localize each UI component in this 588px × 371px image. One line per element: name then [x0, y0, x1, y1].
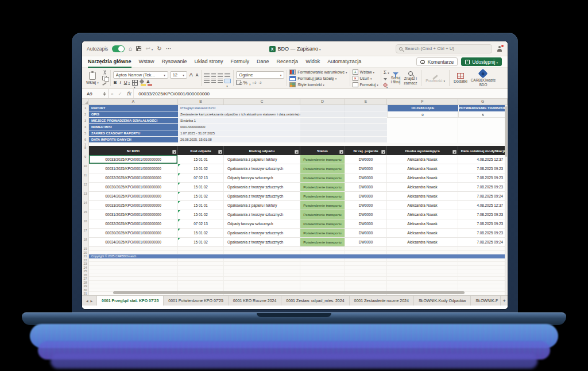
kpo-table-row[interactable]: 12 00030/2025/KPO/0001/000000000 15 01 0… [82, 183, 508, 192]
increase-decimal-icon[interactable]: +.0 [252, 81, 256, 84]
cell-nr-rej-pojazdu[interactable]: DW0000 [345, 183, 387, 192]
ribbon-tab[interactable]: Widok [305, 56, 320, 68]
cell-nr-rej-pojazdu[interactable]: DW0000 [345, 155, 387, 164]
row-number[interactable]: 11 [82, 173, 89, 183]
cell-nr-kpo[interactable]: 00032/2025/KPO/0001/000000000 [89, 219, 178, 229]
align-bottom-icon[interactable] [218, 73, 223, 78]
info-value-cell[interactable]: 1.07.2025 - 31.07.2025 [178, 130, 300, 137]
cell-status[interactable]: Potwierdzenie transportu [300, 229, 345, 238]
font-size-select[interactable]: 12 [170, 71, 187, 79]
decrease-decimal-icon[interactable]: -.0 [258, 81, 261, 84]
cell-data-modyfikacji[interactable]: 7.08.2025 09:23 [458, 183, 508, 192]
cell-kod-odpadu[interactable]: 07 02 13 [178, 219, 224, 229]
carbdowaste-addin-button[interactable]: CARBDOwaste BDO [469, 69, 497, 87]
cell-kod-odpadu[interactable]: 15 01 02 [178, 238, 224, 247]
cell-osoba-wystawiajaca[interactable]: Aleksandra Nowak [387, 155, 458, 164]
fill-down-icon[interactable] [384, 78, 387, 82]
ribbon-cells-button[interactable]: + Wstaw [353, 69, 378, 75]
find-select-button[interactable]: Znajdź i zaznacz [402, 69, 419, 87]
table-header-rodzaj-odpadu[interactable]: Rodzaj odpadu [224, 146, 300, 155]
cell-osoba-wystawiajaca[interactable]: Aleksandra Nowak [387, 192, 458, 201]
ribbon-cells-button[interactable]: × Usuń [353, 76, 378, 81]
autosave-toggle[interactable] [112, 45, 125, 52]
info-label-cell[interactable]: ZAKRES CZASOWY RAPORTU [89, 130, 178, 137]
document-title-group[interactable]: X BDO — Zapisano [269, 41, 320, 56]
filter-icon[interactable] [172, 150, 176, 154]
cell-status[interactable]: Potwierdzenie transportu [300, 164, 345, 173]
ribbon-tab[interactable]: Automatyzacja [327, 56, 361, 68]
sheet-tab[interactable]: 0001 Przegląd stat. KPO 07'25 [97, 296, 164, 306]
currency-format-icon[interactable] [236, 80, 241, 85]
kpo-table-row[interactable]: 11 00032/2025/KPO/0001/000000000 07 02 1… [82, 173, 508, 183]
cell-data-modyfikacji[interactable]: 4.08.2025 12:37 [458, 201, 508, 210]
cut-icon[interactable] [102, 70, 108, 75]
row-number[interactable]: 6 [82, 137, 89, 143]
cell-kod-odpadu[interactable]: 15 01 01 [178, 201, 224, 210]
info-value-cell[interactable]: Zestawienie kart przekazania odpadów z i… [178, 111, 300, 118]
save-icon[interactable] [136, 46, 141, 51]
table-header-osoba[interactable]: Osoba wystawiająca [387, 146, 458, 155]
underline-button[interactable]: U [123, 80, 130, 85]
table-header-nr-kpo[interactable]: Nr KPO [89, 146, 178, 155]
cell-kod-odpadu[interactable]: 15 01 02 [178, 183, 224, 192]
row-number[interactable]: 31 [82, 292, 89, 295]
cell-nr-rej-pojazdu[interactable]: DW0000 [345, 173, 387, 183]
sheet-tab[interactable]: 0001 KEO Roczne 2024 [229, 296, 282, 306]
cell-data-modyfikacji[interactable]: 7.08.2025 09:23 [458, 229, 508, 238]
cell-nr-rej-pojazdu[interactable]: DW0000 [345, 238, 387, 247]
cell-rodzaj-odpadu[interactable]: Opakowania z tworzyw sztucznych [224, 229, 300, 238]
sheet-tab[interactable]: 0001 Zestawienie roczne 2024 [350, 296, 414, 306]
borders-button[interactable] [132, 80, 138, 86]
column-header[interactable]: E [345, 99, 387, 105]
table-header-data-modyfikacji[interactable]: Data ostatniej modyfikacji [458, 146, 508, 155]
cell-nr-rej-pojazdu[interactable]: DW0000 [345, 192, 387, 201]
home-icon[interactable]: ⌂ [129, 46, 132, 52]
enter-icon[interactable]: ✓ [116, 91, 125, 96]
bold-button[interactable]: B [113, 80, 118, 85]
row-number[interactable]: 13 [82, 192, 89, 201]
row-number[interactable]: 16 [82, 219, 89, 229]
filter-icon[interactable] [381, 150, 385, 154]
row-number[interactable]: 4 [82, 124, 89, 130]
cell-osoba-wystawiajaca[interactable]: Aleksandra Nowak [387, 164, 458, 173]
cell-status[interactable]: Potwierdzenie transportu [300, 183, 345, 192]
account-icon[interactable] [496, 45, 503, 52]
cell-status[interactable]: Potwierdzenie transportu [300, 210, 345, 219]
row-number[interactable]: 12 [82, 183, 89, 192]
column-header[interactable]: G [458, 99, 508, 105]
comma-format-icon[interactable]: , [249, 80, 250, 86]
horizontal-scrollbar-thumb[interactable] [113, 291, 465, 294]
column-header[interactable]: D [300, 99, 345, 105]
ribbon-style-button[interactable]: Style komórki [289, 82, 347, 87]
align-top-icon[interactable] [204, 73, 210, 78]
cell-data-modyfikacji[interactable]: 7.08.2025 09:23 [458, 164, 508, 173]
filter-icon[interactable] [218, 150, 222, 154]
ribbon-tab[interactable]: Formuły [231, 56, 250, 68]
kpo-table-row[interactable]: 15 00031/2025/KPO/0001/000000000 15 01 0… [82, 210, 508, 219]
info-label-cell[interactable]: MIEJSCE PROWADZENIA DZIAŁALNOŚCI [89, 118, 178, 124]
wrap-text-icon[interactable] [225, 73, 230, 78]
cell-nr-rej-pojazdu[interactable]: DW0000 [345, 164, 387, 173]
autosum-icon[interactable]: Σ [384, 70, 389, 75]
cell-nr-kpo[interactable]: 00030/2025/KPO/0001/000000000 [89, 183, 178, 192]
format-painter-icon[interactable] [102, 82, 108, 86]
cell-data-modyfikacji[interactable]: 7.08.2025 09:24 [458, 192, 508, 201]
cell-rodzaj-odpadu[interactable]: Opakowania z tworzyw sztucznych [224, 192, 300, 201]
sort-filter-button[interactable]: Sortuj i filtruj [389, 69, 402, 87]
info-value-cell[interactable]: Przegląd statusów KPO [178, 105, 300, 111]
cell-kod-odpadu[interactable]: 15 01 02 [178, 210, 224, 219]
cell-nr-kpo[interactable]: 00031/2025/KPO/0001/000000000 [89, 164, 178, 173]
comments-button[interactable]: Komentarze [416, 57, 458, 66]
cell-data-modyfikacji[interactable]: 7.08.2025 09:23 [458, 219, 508, 229]
cell-data-modyfikacji[interactable]: 4.08.2025 12:37 [458, 155, 508, 164]
table-header-status[interactable]: Status [300, 146, 345, 155]
select-all-corner[interactable] [82, 99, 89, 105]
cell-status[interactable]: Potwierdzenie transportu [300, 192, 345, 201]
filter-icon[interactable] [295, 150, 299, 154]
privacy-button[interactable]: Poufność [424, 69, 447, 87]
cell-osoba-wystawiajaca[interactable]: Aleksandra Nowak [387, 219, 458, 229]
cell-osoba-wystawiajaca[interactable]: Aleksandra Nowak [387, 183, 458, 192]
ribbon-tab[interactable]: Recenzja [277, 56, 299, 68]
cell-nr-rej-pojazdu[interactable]: DW0000 [345, 210, 387, 219]
increase-font-icon[interactable]: A [189, 72, 194, 78]
